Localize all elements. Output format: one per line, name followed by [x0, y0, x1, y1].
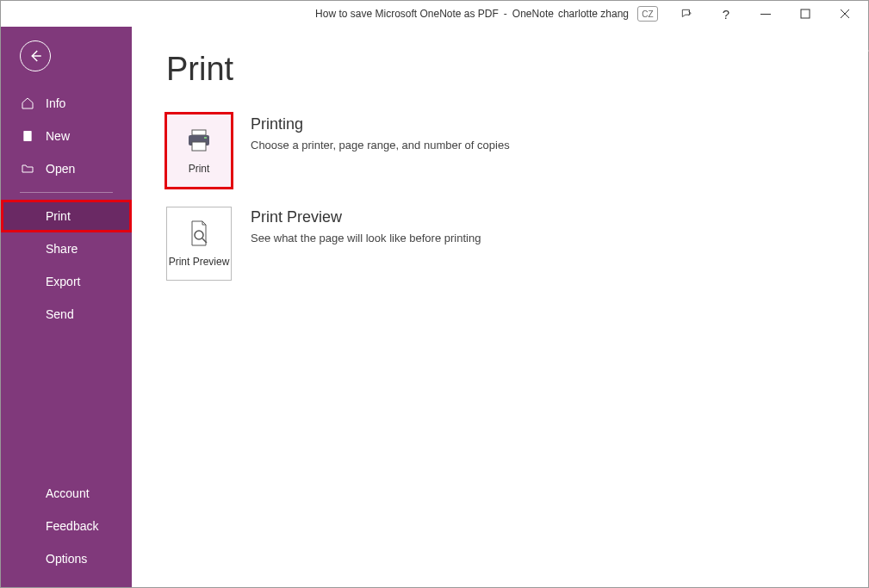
blank-icon: [20, 486, 35, 501]
app-name: OneNote: [512, 8, 554, 20]
document-title: How to save Microsoft OneNote as PDF: [315, 8, 499, 20]
backstage-sidebar: Info New Open Print Share Export: [1, 27, 132, 587]
minimize-button[interactable]: [746, 1, 785, 27]
blank-icon: [20, 306, 35, 322]
sidebar-item-options[interactable]: Options: [1, 542, 132, 575]
user-initials-badge[interactable]: CZ: [637, 6, 658, 22]
preview-option-text: Print Preview See what the page will loo…: [251, 207, 481, 281]
svg-rect-0: [760, 14, 771, 15]
close-button[interactable]: [825, 1, 865, 27]
blank-icon: [20, 518, 35, 534]
preview-heading: Print Preview: [251, 208, 481, 226]
print-option-text: Printing Choose a printer, page range, a…: [251, 114, 510, 188]
sidebar-label-account: Account: [46, 486, 90, 500]
blank-icon: [20, 274, 35, 289]
back-button[interactable]: [20, 40, 51, 71]
folder-open-icon: [20, 161, 35, 176]
help-button[interactable]: ?: [706, 1, 746, 27]
share-feedback-icon[interactable]: [667, 1, 706, 27]
preview-option-row: Print Preview Print Preview See what the…: [166, 207, 834, 281]
svg-rect-8: [192, 142, 206, 151]
print-option-row: Print Printing Choose a printer, page ra…: [166, 114, 834, 188]
sidebar-label-open: Open: [46, 162, 75, 176]
sidebar-label-options: Options: [46, 552, 87, 566]
sidebar-divider: [20, 192, 113, 193]
print-preview-icon: [185, 220, 213, 251]
sidebar-label-share: Share: [46, 242, 78, 256]
maximize-button[interactable]: [785, 1, 825, 27]
title-separator: -: [504, 8, 507, 20]
user-name[interactable]: charlotte zhang: [558, 8, 629, 20]
backstage-window: How to save Microsoft OneNote as PDF - O…: [0, 0, 869, 588]
sidebar-item-send[interactable]: Send: [1, 298, 132, 331]
preview-description: See what the page will look like before …: [251, 232, 481, 244]
sidebar-item-share[interactable]: Share: [1, 232, 132, 265]
print-preview-tile[interactable]: Print Preview: [166, 207, 232, 281]
blank-icon: [20, 551, 35, 566]
print-tile[interactable]: Print: [166, 114, 232, 188]
svg-rect-1: [801, 9, 810, 18]
sidebar-item-new[interactable]: New: [1, 120, 132, 152]
printer-icon: [185, 127, 213, 158]
sidebar-item-open[interactable]: Open: [1, 152, 132, 185]
sidebar-label-export: Export: [46, 275, 80, 288]
title-bar-title: How to save Microsoft OneNote as PDF - O…: [315, 8, 554, 20]
blank-icon: [20, 208, 35, 224]
title-bar: How to save Microsoft OneNote as PDF - O…: [1, 1, 868, 27]
home-icon: [20, 96, 35, 111]
preview-tile-label: Print Preview: [169, 256, 230, 268]
sidebar-item-account[interactable]: Account: [1, 477, 132, 510]
sidebar-label-feedback: Feedback: [46, 519, 98, 533]
svg-rect-9: [204, 137, 207, 139]
svg-rect-6: [192, 130, 206, 135]
svg-rect-5: [23, 131, 31, 141]
sidebar-label-print: Print: [46, 209, 71, 223]
sidebar-label-new: New: [46, 129, 70, 143]
sidebar-item-info[interactable]: Info: [1, 87, 132, 120]
sidebar-item-feedback[interactable]: Feedback: [1, 510, 132, 542]
main-panel: Print Print Printing Choose a printer, p…: [132, 27, 868, 587]
sidebar-item-print[interactable]: Print: [1, 200, 132, 232]
blank-icon: [20, 241, 35, 257]
print-tile-label: Print: [189, 163, 210, 175]
sidebar-label-send: Send: [46, 307, 74, 321]
sidebar-label-info: Info: [46, 96, 65, 110]
printing-description: Choose a printer, page range, and number…: [251, 139, 510, 152]
title-bar-right: charlotte zhang CZ ?: [558, 1, 868, 27]
sidebar-item-export[interactable]: Export: [1, 265, 132, 298]
new-page-icon: [20, 128, 35, 144]
printing-heading: Printing: [251, 115, 510, 133]
page-title: Print: [166, 51, 834, 88]
